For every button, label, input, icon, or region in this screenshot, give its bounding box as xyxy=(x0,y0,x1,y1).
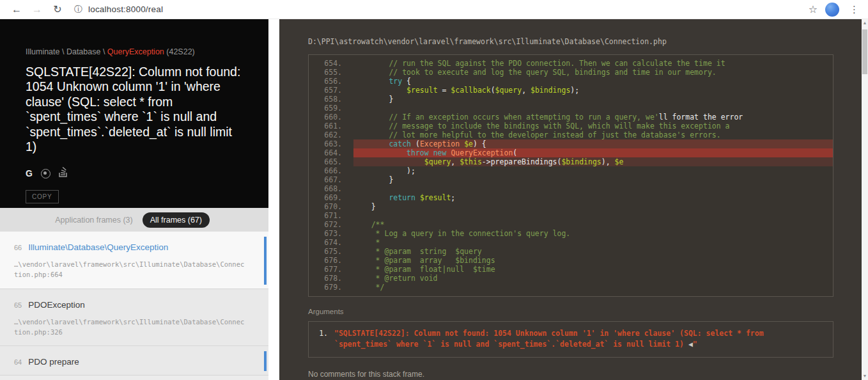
frame-index: 65 xyxy=(14,301,22,309)
exception-code: (42S22) xyxy=(164,47,195,56)
stack-frame[interactable]: 64PDO prepare xyxy=(0,346,268,376)
url-text[interactable]: localhost:8000/real xyxy=(88,4,163,14)
code-block: 654. // run the SQL against the PDO conn… xyxy=(308,54,833,297)
code-token: $e xyxy=(464,139,473,148)
frame-head: 65PDOException xyxy=(14,300,252,310)
copy-button[interactable]: COPY xyxy=(26,190,59,203)
code-token: */ xyxy=(353,283,384,292)
tab-application-frames[interactable]: Application frames (3) xyxy=(55,216,133,225)
code-lines: 654. // run the SQL against the PDO conn… xyxy=(309,59,833,292)
code-token: $bindings xyxy=(531,86,570,95)
scroll-down-icon[interactable]: ▼ xyxy=(862,372,868,380)
code-token xyxy=(353,77,389,86)
stack-frame[interactable]: 66Illuminate\Database\QueryException…\ve… xyxy=(0,232,268,289)
code-line: 673. * Log a query in the connection's q… xyxy=(309,229,833,238)
code-token: $result xyxy=(420,193,451,202)
code-token: return xyxy=(389,193,415,202)
line-number: 672. xyxy=(309,220,353,229)
stack-frame[interactable]: 65PDOException…\vendor\laravel\framework… xyxy=(0,289,268,347)
frame-index: 66 xyxy=(14,244,22,251)
forward-icon[interactable]: → xyxy=(27,4,47,15)
frame-head: 66Illuminate\Database\QueryException xyxy=(14,242,252,252)
line-number: 662. xyxy=(309,131,353,139)
code-line: 659. xyxy=(309,104,833,113)
window-scrollbar[interactable]: ▲ ▼ xyxy=(862,19,868,380)
arguments-box: 1. "SQLSTATE[42S22]: Column not found: 1… xyxy=(308,321,833,358)
frame-title: PDO prepare xyxy=(28,357,79,367)
code-token xyxy=(353,193,389,202)
page-info-icon[interactable]: ⓘ xyxy=(74,4,82,15)
code-line: 663. catch (Exception $e) { xyxy=(309,139,833,148)
no-comments-text: No comments for this stack frame. xyxy=(308,370,833,379)
code-token: , xyxy=(522,86,531,95)
active-frame-indicator xyxy=(264,237,267,285)
line-number: 669. xyxy=(309,193,353,202)
code-token: * @return void xyxy=(353,274,438,283)
scrollbar-thumb[interactable] xyxy=(862,29,867,74)
exception-class: QueryException xyxy=(107,47,164,56)
code-line: 658. } xyxy=(309,95,833,104)
line-number: 659. xyxy=(309,104,353,113)
tab-all-frames[interactable]: All frames (67) xyxy=(143,212,210,228)
line-code: ); xyxy=(353,166,833,175)
code-line: 666. ); xyxy=(309,166,833,175)
line-code: return $result; xyxy=(353,193,833,202)
code-token: $bindings xyxy=(561,157,601,166)
duckduckgo-search-icon[interactable] xyxy=(41,169,50,178)
active-frame-indicator xyxy=(264,351,267,371)
line-number: 654. xyxy=(309,59,353,68)
line-number: 671. xyxy=(309,211,353,220)
line-code: * @return void xyxy=(353,274,833,283)
code-token xyxy=(353,139,389,148)
line-number: 655. xyxy=(309,68,353,77)
code-line: 674. * xyxy=(309,238,833,247)
stackoverflow-search-icon[interactable] xyxy=(59,167,68,180)
profile-avatar[interactable] xyxy=(825,3,839,17)
address-bar[interactable]: ⓘ localhost:8000/real xyxy=(74,4,809,15)
line-number: 673. xyxy=(309,229,353,238)
code-token: ( xyxy=(513,148,517,157)
exception-message: SQLSTATE[42S22]: Column not found: 1054 … xyxy=(26,65,244,154)
code-line: 676. * @param array $bindings xyxy=(309,256,833,265)
code-token: $e xyxy=(615,157,624,166)
line-number: 661. xyxy=(309,122,353,131)
line-code: $result = $callback($query, $bindings); xyxy=(353,86,833,95)
line-number: 664. xyxy=(309,148,353,157)
code-token: ( xyxy=(491,86,495,95)
code-line: 668. xyxy=(309,184,833,193)
code-token: ll format the error xyxy=(659,113,743,122)
frame-index: 64 xyxy=(14,358,22,366)
code-token: // run the SQL against the PDO connectio… xyxy=(353,59,725,68)
frame-title: PDOException xyxy=(28,300,85,310)
line-number: 670. xyxy=(309,202,353,211)
code-token xyxy=(353,157,424,166)
collapse-marker-icon[interactable]: ◀ xyxy=(688,340,693,349)
line-code xyxy=(353,104,833,113)
line-code: // message to include the bindings with … xyxy=(353,122,833,131)
line-code: * Log a query in the connection's query … xyxy=(353,229,833,238)
scroll-up-icon[interactable]: ▲ xyxy=(862,19,868,27)
line-number: 665. xyxy=(309,157,353,166)
code-token: ) { xyxy=(473,139,486,148)
reload-icon[interactable]: ↻ xyxy=(47,3,68,15)
frames-list: 66Illuminate\Database\QueryException…\ve… xyxy=(0,232,268,380)
bookmark-star-icon[interactable]: ☆ xyxy=(809,3,818,15)
line-number: 678. xyxy=(309,274,353,283)
browser-chrome: ← → ↻ ⓘ localhost:8000/real ☆ ⋮ xyxy=(0,0,868,19)
back-icon[interactable]: ← xyxy=(6,4,27,15)
file-path: D:\PPI\astrowatch\vendor\laravel\framewo… xyxy=(308,37,833,46)
line-number: 660. xyxy=(309,113,353,122)
line-code: } xyxy=(353,175,833,184)
frame-file-path: …\vendor\laravel\framework\src\Illuminat… xyxy=(14,259,247,280)
frame-details-panel: D:\PPI\astrowatch\vendor\laravel\framewo… xyxy=(279,19,862,380)
line-number: 656. xyxy=(309,77,353,86)
line-code: */ xyxy=(353,283,833,292)
line-code xyxy=(353,184,833,193)
line-number: 666. xyxy=(309,166,353,175)
line-code: throw new QueryException( xyxy=(353,148,833,157)
line-number: 668. xyxy=(309,184,353,193)
google-search-icon[interactable]: G xyxy=(26,168,33,178)
code-line: 669. return $result; xyxy=(309,193,833,202)
browser-menu-icon[interactable]: ⋮ xyxy=(847,4,862,15)
line-code: } xyxy=(353,202,833,211)
